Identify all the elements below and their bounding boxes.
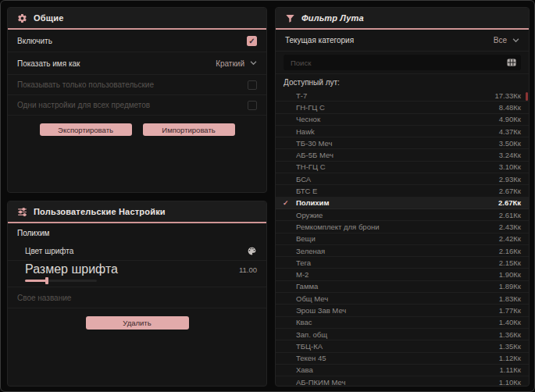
category-select[interactable]: Все [494, 36, 519, 45]
list-item-value: 1.36Кк [499, 330, 521, 339]
loot-panel-title: Фильтр Лута [301, 13, 364, 23]
only-custom-checkbox[interactable] [248, 80, 257, 90]
available-loot-label: Доступный лут: [284, 78, 340, 87]
export-button[interactable]: Экспортировать [40, 123, 132, 136]
list-item[interactable]: БТС Е 2.67Кк [276, 185, 529, 197]
palette-icon[interactable] [247, 246, 257, 256]
list-item[interactable]: Чеснок 4.90Кк [276, 114, 529, 126]
import-button[interactable]: Импортировать [143, 123, 235, 136]
general-panel-title: Общие [34, 13, 64, 23]
enable-label: Включить [17, 37, 52, 45]
category-value: Все [494, 36, 507, 45]
list-item[interactable]: ✓ Полихим 2.67Кк [276, 198, 529, 209]
list-item-name: Эрош Зав Меч [296, 306, 493, 315]
list-item[interactable]: Зап. общ 1.36Кк [276, 329, 529, 340]
list-item[interactable]: Эрош Зав Меч 1.77Кк [276, 305, 529, 316]
list-item-value: 3.10Кк [499, 162, 521, 171]
font-size-slider[interactable] [25, 280, 97, 282]
list-item-value: 3.24Кк [499, 151, 521, 159]
list-item[interactable]: Ремкомплект для брони 2.43Кк [276, 221, 529, 233]
tune-icon [17, 207, 27, 217]
delete-button[interactable]: Удалить [86, 316, 189, 330]
list-item-value: 2.61Кк [499, 211, 521, 219]
custom-panel-title: Пользовательские Настройки [34, 207, 166, 216]
list-item[interactable]: ТБЦ-КА 1.35Кк [276, 340, 529, 352]
list-item-name: Хава [296, 365, 494, 374]
list-item-name: Зеленая [296, 247, 493, 255]
category-row: Текущая категория Все [276, 30, 529, 52]
list-item[interactable]: БСА 2.93Кк [276, 173, 529, 185]
list-item-name: Гамма [296, 282, 493, 290]
list-item[interactable]: М-2 1.90Кк [276, 269, 529, 280]
list-item-value: 4.37Кк [499, 127, 521, 136]
list-item[interactable]: Текен 45 1.12Кк [276, 353, 529, 365]
list-item-name: АБ-5Б Меч [296, 151, 493, 159]
same-settings-label: Одни настройки для всех предметов [17, 101, 150, 109]
list-item-name: Тега [296, 258, 493, 267]
list-item-name: Чеснок [296, 115, 493, 123]
list-item-name: Зап. общ [296, 330, 493, 339]
search-box [284, 55, 521, 70]
list-item-value: 3.50Кк [499, 139, 521, 148]
list-item-value: 1.40Кк [499, 318, 521, 326]
list-item-name: ТН-ГЦ С [296, 162, 493, 171]
custom-name-input[interactable] [8, 287, 266, 308]
list-item-name: БСА [296, 175, 493, 184]
same-settings-row: Одни настройки для всех предметов [8, 95, 266, 116]
list-item-name: Вещи [296, 234, 493, 243]
loot-list: Т-7 17.33Кк ГН-ГЦ С 8.48Кк Чеснок 4.90Кк… [276, 90, 529, 387]
enable-checkbox[interactable]: ✓ [247, 36, 257, 46]
loot-panel-header: Фильтр Лута [276, 8, 529, 30]
list-item-name: Hawk [296, 127, 493, 136]
list-item-name: Квас [296, 318, 493, 326]
list-item-value: 1.35Кк [499, 342, 521, 351]
list-item[interactable]: Т-7 17.33Кк [276, 90, 529, 102]
list-item[interactable]: Тега 2.15Кк [276, 257, 529, 269]
slider-handle[interactable] [45, 277, 48, 284]
check-icon: ✓ [283, 198, 289, 209]
search-input[interactable] [291, 59, 502, 67]
list-item-value: 4.90Кк [499, 115, 521, 123]
list-item-value: 17.33Кк [495, 91, 521, 100]
list-item[interactable]: ТБ-30 Меч 3.50Кк [276, 137, 529, 149]
only-custom-label: Показывать только пользовательские [17, 80, 154, 89]
available-loot-row: Доступный лут: [276, 74, 529, 90]
list-item-value: 2.67Кк [499, 187, 521, 195]
list-item-name: Полихим [296, 198, 492, 207]
list-item-value: 2.15Кк [499, 258, 521, 267]
general-panel-header: Общие [8, 8, 266, 30]
list-item[interactable]: Оружие 2.61Кк [276, 209, 529, 221]
font-size-value: 11.00 [239, 265, 257, 274]
font-size-row: Размер шрифта 11.00 [8, 261, 266, 287]
list-item-name: Ремкомплект для брони [296, 223, 493, 231]
selected-item-name: Полихим [17, 229, 49, 237]
list-item-name: ГН-ГЦ С [296, 103, 493, 112]
list-item[interactable]: АБ-5Б Меч 3.24Кк [276, 149, 529, 161]
list-item[interactable]: Вещи 2.42Кк [276, 233, 529, 245]
export-import-row: Экспортировать Импортировать [8, 116, 266, 136]
show-name-row: Показать имя как Краткий [8, 52, 266, 75]
list-item[interactable]: Hawk 4.37Кк [276, 126, 529, 137]
list-item[interactable]: Общ Меч 1.83Кк [276, 293, 529, 305]
show-name-select[interactable]: Краткий [216, 59, 257, 68]
list-item-value: 1.90Кк [499, 270, 521, 279]
list-item-name: ТБЦ-КА [296, 342, 493, 351]
category-label: Текущая категория [285, 36, 354, 45]
same-settings-checkbox[interactable] [248, 101, 257, 110]
list-item-name: ТБ-30 Меч [296, 139, 493, 148]
list-item-value: 1.89Кк [499, 282, 521, 290]
font-color-label: Цвет шрифта [25, 247, 73, 255]
list-item[interactable]: Гамма 1.89Кк [276, 281, 529, 293]
list-item[interactable]: Хава 1.11Кк [276, 365, 529, 376]
list-item[interactable]: Квас 1.40Кк [276, 317, 529, 329]
grid-view-icon[interactable] [507, 59, 516, 66]
list-item[interactable]: АБ-ПКИМ Меч 1.10Кк [276, 376, 529, 387]
list-item[interactable]: ТН-ГЦ С 3.10Кк [276, 162, 529, 173]
list-item-name: М-2 [296, 270, 493, 279]
list-item[interactable]: Зеленая 2.16Кк [276, 245, 529, 257]
list-item-value: 1.77Кк [499, 306, 521, 315]
list-item[interactable]: ГН-ГЦ С 8.48Кк [276, 102, 529, 113]
only-custom-row: Показывать только пользовательские [8, 75, 266, 95]
font-size-label: Размер шрифта [25, 262, 118, 276]
selected-item-row: Полихим [8, 223, 266, 242]
